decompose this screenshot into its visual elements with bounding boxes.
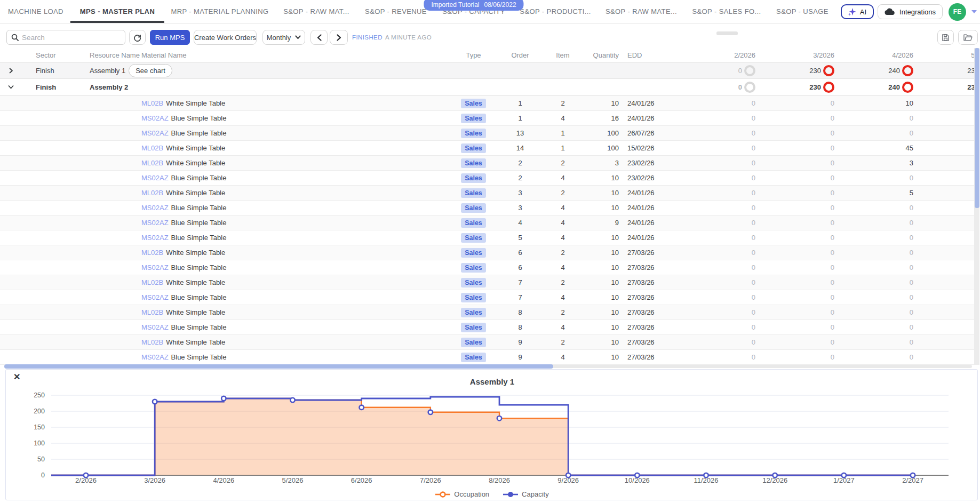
period-cell: 0: [678, 129, 756, 137]
order-row[interactable]: ML02BWhite Simple TableSales121024/01/26…: [0, 96, 974, 111]
integrations-button[interactable]: Integrations: [878, 4, 943, 19]
material-code-link[interactable]: MS02AZ: [141, 234, 169, 242]
vertical-scrollbar-thumb[interactable]: [975, 48, 979, 208]
order-row[interactable]: MS02AZBlue Simple TableSales241023/02/26…: [0, 171, 974, 186]
x-axis-label: 4/2026: [213, 476, 234, 484]
sector-cell: Finish: [30, 67, 85, 75]
material-code-link[interactable]: ML02B: [141, 99, 163, 107]
expand-toggle[interactable]: [0, 67, 30, 74]
quantity: 10: [581, 189, 622, 197]
horizontal-scrollbar[interactable]: [4, 365, 972, 368]
quantity: 100: [581, 129, 622, 137]
order-row[interactable]: ML02BWhite Simple TableSales621027/03/26…: [0, 245, 974, 260]
tab-s-op-usage[interactable]: S&OP - USAGE: [776, 0, 828, 23]
material-code-link[interactable]: ML02B: [141, 189, 163, 197]
quantity: 10: [581, 338, 622, 346]
search-input[interactable]: Search: [6, 30, 125, 45]
folder-open-icon: [963, 34, 973, 41]
period-cell: 0: [756, 204, 835, 212]
material-name: White Simple Table: [166, 144, 225, 152]
order-type-badge: Sales: [461, 203, 486, 213]
material-code-link[interactable]: MS02AZ: [141, 353, 169, 361]
order-row[interactable]: MS02AZBlue Simple TableSales44924/01/260…: [0, 215, 974, 230]
quantity: 10: [581, 264, 622, 272]
material-code-link[interactable]: ML02B: [141, 249, 163, 257]
open-folder-button[interactable]: [958, 30, 978, 45]
see-chart-button[interactable]: See chart: [129, 64, 172, 77]
tab-s-op-raw-mat[interactable]: S&OP - RAW MAT...: [283, 0, 349, 23]
next-period-button[interactable]: [330, 30, 348, 45]
item-number: 1: [544, 129, 581, 137]
resource-group-row[interactable]: FinishAssembly 20230240235: [0, 79, 974, 96]
material-code-link[interactable]: MS02AZ: [141, 204, 169, 212]
item-number: 2: [544, 278, 581, 286]
period-cell: 240: [835, 65, 914, 76]
order-row[interactable]: MS02AZBlue Simple TableSales941027/03/26…: [0, 350, 974, 365]
tab-s-op-revenue[interactable]: S&OP - REVENUE: [365, 0, 427, 23]
run-mps-button[interactable]: Run MPS: [150, 30, 190, 45]
material-code-link[interactable]: ML02B: [141, 159, 163, 167]
material-code-link[interactable]: MS02AZ: [141, 293, 169, 301]
material-name: White Simple Table: [166, 159, 225, 167]
material-code-link[interactable]: ML02B: [141, 278, 163, 286]
period-cell: 230: [756, 65, 835, 76]
save-button[interactable]: [937, 30, 954, 45]
order-row[interactable]: ML02BWhite Simple TableSales821027/03/26…: [0, 305, 974, 320]
horizontal-scrollbar-thumb[interactable]: [4, 364, 553, 369]
order-row[interactable]: MS02AZBlue Simple TableSales13110026/07/…: [0, 126, 974, 141]
quantity: 10: [581, 308, 622, 316]
period-cell: 0: [756, 189, 835, 197]
legend-occupation[interactable]: Occupation: [435, 490, 489, 498]
order-row[interactable]: MS02AZBlue Simple TableSales741027/03/26…: [0, 290, 974, 305]
order-row[interactable]: ML02BWhite Simple TableSales14110015/02/…: [0, 141, 974, 156]
prev-period-button[interactable]: [310, 30, 328, 45]
tab-s-op-sales-fo[interactable]: S&OP - SALES FO...: [692, 0, 761, 23]
overload-ring-icon: [823, 65, 834, 76]
order-row[interactable]: MS02AZBlue Simple TableSales341024/01/26…: [0, 201, 974, 215]
order-row[interactable]: MS02AZBlue Simple TableSales541024/01/26…: [0, 230, 974, 245]
order-row[interactable]: MS02AZBlue Simple TableSales141624/01/26…: [0, 111, 974, 126]
material-code-link[interactable]: MS02AZ: [141, 264, 169, 272]
material-code-link[interactable]: ML02B: [141, 308, 163, 316]
order-type-badge: Sales: [461, 143, 486, 153]
material-code-link[interactable]: MS02AZ: [141, 114, 169, 122]
legend-capacity[interactable]: Capacity: [503, 490, 549, 498]
order-row[interactable]: ML02BWhite Simple TableSales321024/01/26…: [0, 186, 974, 201]
order-number: 4: [496, 219, 544, 227]
period-cell: 0: [756, 144, 835, 152]
period-cell: 0: [835, 323, 914, 331]
order-row[interactable]: ML02BWhite Simple TableSales22323/02/260…: [0, 156, 974, 171]
tab-mrp-material-planning[interactable]: MRP - MATERIAL PLANNING: [171, 0, 268, 23]
ai-button[interactable]: AI: [841, 4, 874, 19]
order-row[interactable]: ML02BWhite Simple TableSales721027/03/26…: [0, 275, 974, 290]
order-row[interactable]: MS02AZBlue Simple TableSales641027/03/26…: [0, 260, 974, 275]
material-code-link[interactable]: MS02AZ: [141, 323, 169, 331]
create-work-orders-button[interactable]: Create Work Orders: [194, 30, 257, 45]
tab-bar: MACHINE LOADMPS - MASTER PLANMRP - MATER…: [0, 0, 980, 23]
order-number: 9: [496, 338, 544, 346]
order-row[interactable]: MS02AZBlue Simple TableSales841027/03/26…: [0, 320, 974, 335]
avatar-menu-caret-icon[interactable]: [971, 10, 977, 13]
material-code-link[interactable]: MS02AZ: [141, 129, 169, 137]
vertical-scrollbar[interactable]: [974, 48, 979, 365]
item-number: 4: [544, 353, 581, 361]
order-row[interactable]: ML02BWhite Simple TableSales921027/03/26…: [0, 335, 974, 350]
tab-s-op-raw-mate[interactable]: S&OP - RAW MATE...: [605, 0, 677, 23]
tab-machine-load[interactable]: MACHINE LOAD: [8, 0, 63, 23]
resource-group-row[interactable]: FinishAssembly 1See chart0230240235: [0, 63, 974, 79]
expand-toggle[interactable]: [0, 84, 30, 91]
material-code-link[interactable]: ML02B: [141, 338, 163, 346]
quantity: 100: [581, 144, 622, 152]
item-number: 4: [544, 234, 581, 242]
order-type-badge: Sales: [461, 233, 486, 243]
period-select[interactable]: Monthly: [262, 30, 305, 45]
material-code-link[interactable]: MS02AZ: [141, 174, 169, 182]
tab-mps-master-plan[interactable]: MPS - MASTER PLAN: [80, 0, 155, 23]
tab-s-op-producti[interactable]: S&OP - PRODUCTI...: [520, 0, 591, 23]
avatar[interactable]: FE: [949, 3, 966, 21]
material-name: White Simple Table: [166, 278, 225, 286]
x-axis-label: 12/2026: [762, 476, 787, 484]
refresh-button[interactable]: [129, 30, 146, 45]
material-code-link[interactable]: ML02B: [141, 144, 163, 152]
material-code-link[interactable]: MS02AZ: [141, 219, 169, 227]
